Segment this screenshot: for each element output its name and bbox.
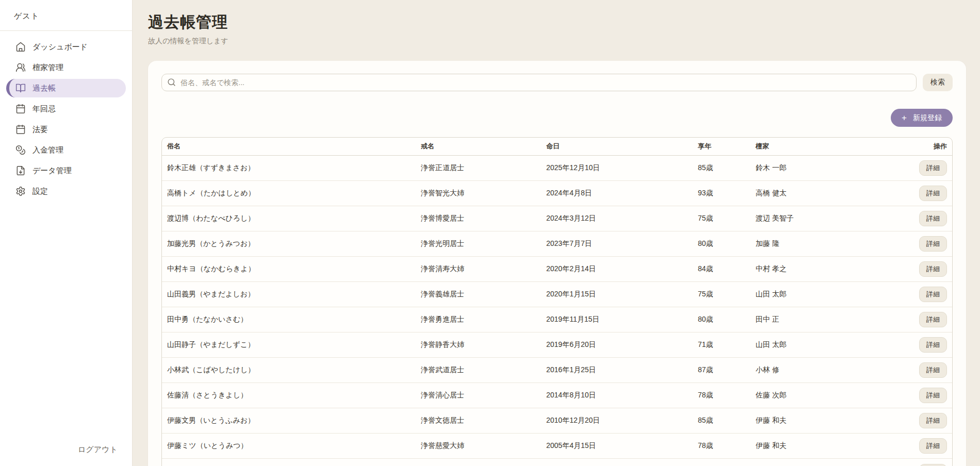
cell-kaimyo: 浄誉文徳居士: [416, 416, 541, 425]
search-icon: [167, 78, 176, 87]
cell-danka: 伊藤 和夫: [750, 441, 893, 451]
detail-button[interactable]: 詳細: [919, 464, 947, 466]
cell-zokumyo: 加藤光男（かとうみつお）: [162, 239, 416, 248]
sidebar-item-danka[interactable]: 檀家管理: [6, 58, 126, 77]
cell-zokumyo: 伊藤ミツ（いとうみつ）: [162, 441, 416, 451]
page-title: 過去帳管理: [148, 13, 966, 31]
cell-meinichi: 2010年12月20日: [541, 416, 693, 425]
table-row: 中村キヨ（なかむらきよ） 浄誉清寿大姉 2020年2月14日 84歳 中村 孝之…: [162, 257, 952, 282]
detail-button[interactable]: 詳細: [919, 413, 947, 428]
sidebar-item-data[interactable]: データ管理: [6, 161, 126, 180]
plus-icon: +: [902, 113, 907, 122]
cell-zokumyo: 高橋トメ（たかはしとめ）: [162, 189, 416, 198]
cell-meinichi: 2024年3月12日: [541, 214, 693, 223]
sidebar-item-kakocho[interactable]: 過去帳: [6, 79, 126, 97]
table-header: 俗名 戒名 命日 享年 檀家 操作: [162, 138, 952, 156]
sidebar-item-label: 年回忌: [32, 104, 56, 114]
cell-meinichi: 2024年4月8日: [541, 189, 693, 198]
detail-button[interactable]: 詳細: [919, 388, 947, 403]
user-label: ゲスト: [0, 0, 132, 30]
detail-button[interactable]: 詳細: [919, 337, 947, 353]
sidebar-item-label: 入金管理: [32, 145, 63, 155]
sidebar-item-settings[interactable]: 設定: [6, 182, 126, 201]
table-row: 加藤光男（かとうみつお） 浄誉光明居士 2023年7月7日 80歳 加藤 隆 詳…: [162, 231, 952, 257]
cell-meinichi: 2014年8月10日: [541, 391, 693, 400]
page-subtitle: 故人の情報を管理します: [148, 36, 966, 46]
cell-danka: 山田 太郎: [750, 290, 893, 299]
cell-meinichi: 2019年6月20日: [541, 340, 693, 350]
table-row: 伊藤文男（いとうふみお） 浄誉文徳居士 2010年12月20日 85歳 伊藤 和…: [162, 408, 952, 434]
cell-kyonen: 78歳: [693, 391, 750, 400]
cell-zokumyo: 伊藤文男（いとうふみお）: [162, 416, 416, 425]
cell-danka: 鈴木 一郎: [750, 163, 893, 173]
cell-danka: 渡辺 美智子: [750, 214, 893, 223]
detail-button[interactable]: 詳細: [919, 211, 947, 226]
cell-kaimyo: 浄誉智光大姉: [416, 189, 541, 198]
sidebar-item-label: 過去帳: [32, 84, 56, 93]
cell-zokumyo: 小林武（こばやしたけし）: [162, 365, 416, 375]
detail-button[interactable]: 詳細: [919, 186, 947, 201]
search-box: [161, 74, 917, 91]
cell-danka: 伊藤 和夫: [750, 416, 893, 425]
cell-danka: 山田 太郎: [750, 340, 893, 350]
main-content: 過去帳管理 故人の情報を管理します 検索 + 新規登録 俗名 戒名 命日 享年 …: [133, 0, 980, 466]
home-icon: [15, 42, 26, 52]
cell-danka: 田中 正: [750, 315, 893, 324]
cell-meinichi: 2020年2月14日: [541, 264, 693, 274]
cell-kaimyo: 浄誉義雄居士: [416, 290, 541, 299]
logout-button[interactable]: ログアウト: [78, 445, 132, 455]
search-input[interactable]: [161, 74, 917, 91]
search-row: 検索: [161, 74, 953, 91]
sidebar-item-label: ダッシュボード: [32, 42, 88, 52]
detail-button[interactable]: 詳細: [919, 312, 947, 327]
gear-icon: [15, 186, 26, 196]
sidebar-item-nyukin[interactable]: 入金管理: [6, 141, 126, 159]
detail-button[interactable]: 詳細: [919, 362, 947, 378]
sidebar-item-hoyo[interactable]: 法要: [6, 120, 126, 139]
sidebar-item-nenkaiki[interactable]: 年回忌: [6, 99, 126, 118]
sidebar-nav: ダッシュボード 檀家管理 過去帳 年回忌 法要 入金管理 データ管理 設定: [0, 31, 132, 445]
cell-meinichi: 2005年4月15日: [541, 441, 693, 451]
detail-button[interactable]: 詳細: [919, 236, 947, 252]
sidebar-item-dashboard[interactable]: ダッシュボード: [6, 38, 126, 56]
cell-danka: 小林 修: [750, 365, 893, 375]
cell-kaimyo: 浄誉静香大姉: [416, 340, 541, 350]
table-row: 山田義男（やまだよしお） 浄誉義雄居士 2020年1月15日 75歳 山田 太郎…: [162, 282, 952, 307]
cell-kyonen: 85歳: [693, 416, 750, 425]
column-header-meinichi: 命日: [541, 142, 693, 151]
cell-zokumyo: 渡辺博（わたなべひろし）: [162, 214, 416, 223]
new-registration-label: 新規登録: [913, 113, 942, 123]
cell-kyonen: 87歳: [693, 365, 750, 375]
kakocho-table: 俗名 戒名 命日 享年 檀家 操作 鈴木正雄（すずきまさお） 浄誉正道居士 20…: [161, 137, 953, 466]
cell-kyonen: 84歳: [693, 264, 750, 274]
search-button[interactable]: 検索: [923, 74, 953, 91]
detail-button[interactable]: 詳細: [919, 160, 947, 176]
calendar-icon: [15, 104, 26, 114]
cell-zokumyo: 田中勇（たなかいさむ）: [162, 315, 416, 324]
table-row-partial: 詳細: [162, 459, 952, 466]
cell-kaimyo: 浄誉慈愛大姉: [416, 441, 541, 451]
cell-kaimyo: 浄誉正道居士: [416, 163, 541, 173]
cell-meinichi: 2020年1月15日: [541, 290, 693, 299]
detail-button[interactable]: 詳細: [919, 438, 947, 454]
cell-kyonen: 71歳: [693, 340, 750, 350]
cell-zokumyo: 中村キヨ（なかむらきよ）: [162, 264, 416, 274]
table-row: 小林武（こばやしたけし） 浄誉武道居士 2016年1月25日 87歳 小林 修 …: [162, 358, 952, 383]
detail-button[interactable]: 詳細: [919, 261, 947, 277]
cell-kaimyo: 浄誉清心居士: [416, 391, 541, 400]
file-download-icon: [15, 165, 26, 176]
table-row: 高橋トメ（たかはしとめ） 浄誉智光大姉 2024年4月8日 93歳 高橋 健太 …: [162, 181, 952, 206]
column-header-danka: 檀家: [750, 142, 893, 151]
sidebar: ゲスト ダッシュボード 檀家管理 過去帳 年回忌 法要 入金管理 データ管理: [0, 0, 133, 466]
coins-icon: [15, 145, 26, 155]
cell-kyonen: 75歳: [693, 214, 750, 223]
toolbar-row: + 新規登録: [161, 109, 953, 127]
table-row: 渡辺博（わたなべひろし） 浄誉博愛居士 2024年3月12日 75歳 渡辺 美智…: [162, 206, 952, 231]
new-registration-button[interactable]: + 新規登録: [891, 109, 953, 127]
detail-button[interactable]: 詳細: [919, 287, 947, 302]
cell-meinichi: 2019年11月15日: [541, 315, 693, 324]
cell-danka: 加藤 隆: [750, 239, 893, 248]
table-row: 鈴木正雄（すずきまさお） 浄誉正道居士 2025年12月10日 85歳 鈴木 一…: [162, 156, 952, 181]
sidebar-item-label: 設定: [32, 187, 48, 196]
cell-kyonen: 80歳: [693, 315, 750, 324]
